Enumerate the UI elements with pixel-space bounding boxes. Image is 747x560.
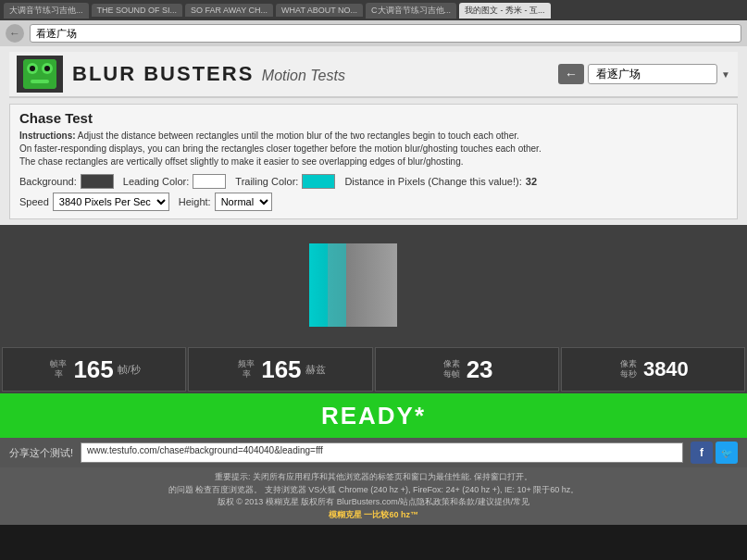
back-button[interactable]: ← [6,24,24,43]
animation-area [0,225,747,345]
speed-control: Speed 3840 Pixels Per Sec 1920 Pixels Pe… [19,193,169,211]
trailing-control: Trailing Color: [235,174,335,189]
distance-value: 32 [526,176,537,187]
gray-block [346,243,397,327]
footer-line-1: 重要提示: 关闭所有应用程序和其他浏览器的标签页和窗口为最佳性能. 保持窗口打开… [9,471,738,484]
instructions-text3: The chase rectangles are vertically offs… [19,156,464,167]
header-back-btn[interactable]: ← [558,64,584,84]
stat-value-px-sec: 3840 [643,359,689,380]
speed-label: Speed [19,196,49,207]
tab-5[interactable]: C大调音节练习吉他... [366,3,456,19]
chase-rect-2 [346,243,397,327]
leading-label: Leading Color: [123,176,190,187]
footer-area: 重要提示: 关闭所有应用程序和其他浏览器的标签页和窗口为最佳性能. 保持窗口打开… [0,467,747,525]
svg-rect-5 [31,80,49,83]
background-control: Background: [19,174,114,189]
ready-banner: READY* [0,393,747,438]
stat-label-hz: 频率率 [235,359,257,380]
stat-value-hz: 165 [261,357,301,381]
site-header: BLUR BUSTERS Motion Tests ← ▼ [9,52,738,98]
stat-label-fps: 帧率率 [47,359,69,380]
site-title-area: BLUR BUSTERS Motion Tests [72,62,345,86]
share-url[interactable]: www.testufo.com/chase#background=404040&… [81,442,683,463]
instructions: Instructions: Adjust the distance betwee… [19,130,728,168]
height-select[interactable]: Normal Short Tall [215,193,272,211]
address-bar-area: ← [0,20,747,46]
tab-4[interactable]: WHAT ABOUT NO... [276,4,363,17]
controls-row-1: Background: Leading Color: Trailing Colo… [19,174,728,189]
facebook-icon: f [700,446,703,459]
stat-value-px-frame: 23 [467,357,493,381]
controls-row-2: Speed 3840 Pixels Per Sec 1920 Pixels Pe… [19,193,728,211]
instructions-text1: Adjust the distance between rectangles u… [78,131,519,141]
trailing-label: Trailing Color: [235,176,298,187]
share-row: 分享这个测试! www.testufo.com/chase#background… [0,438,747,467]
site-title: BLUR BUSTERS [72,62,254,85]
ready-text: READY* [321,402,426,430]
speed-select[interactable]: 3840 Pixels Per Sec 1920 Pixels Per Sec … [53,193,169,211]
leading-control: Leading Color: [123,174,227,189]
page-content: BLUR BUSTERS Motion Tests ← ▼ Chase Test… [0,46,747,225]
svg-rect-0 [23,59,56,89]
browser-tabs: 大调音节练习吉他... THE SOUND OF SI... SO FAR AW… [0,0,747,20]
background-color-swatch[interactable] [81,174,114,189]
stat-label-px-frame: 像素每帧 [441,359,463,380]
site-subtitle: Motion Tests [262,68,345,83]
stat-value-fps: 165 [73,357,113,381]
twitter-share-button[interactable]: 🐦 [716,442,738,464]
logo-box [17,56,63,93]
tab-2[interactable]: THE SOUND OF SI... [92,4,183,17]
twitter-icon: 🐦 [721,448,732,458]
stat-box-hz: 频率率 165 赫兹 [188,347,372,392]
distance-control: Distance in Pixels (Change this value!):… [344,176,537,187]
chase-rect-container [309,243,439,327]
leading-color-swatch[interactable] [193,174,226,189]
height-control: Height: Normal Short Tall [179,193,272,211]
share-label: 分享这个测试! [9,446,73,460]
stat-unit-hz: 赫兹 [305,363,326,377]
chase-title: Chase Test [19,110,728,126]
stat-unit-fps: 帧/秒 [118,363,141,377]
header-address-input[interactable] [588,64,717,84]
share-icons: f 🐦 [691,442,738,464]
logo-frog [23,59,56,89]
background-label: Background: [19,176,77,187]
footer-line-4: 模糊克星 一比较60 hz™ [9,509,738,521]
facebook-share-button[interactable]: f [691,442,713,464]
chase-test-section: Chase Test Instructions: Adjust the dist… [9,104,738,219]
svg-point-3 [30,66,35,71]
stat-label-px-sec: 像素每秒 [617,359,640,380]
stat-box-px-frame: 像素每帧 23 [375,347,559,392]
height-label: Height: [179,196,211,207]
footer-line-3: 版权 © 2013 模糊克星 版权所有 BlurBusters.com/站点隐私… [9,496,738,509]
footer-line-2: 的问题 检查百度浏览器。 支持浏览器 VS火狐 Chrome (240 hz +… [9,484,738,497]
svg-point-4 [44,66,50,71]
distance-label: Distance in Pixels (Change this value!): [344,176,521,187]
tab-6[interactable]: 我的图文 - 秀米 - 互... [459,3,551,19]
stat-box-px-sec: 像素每秒 3840 [561,347,745,392]
address-dropdown-icon[interactable]: ▼ [721,69,730,80]
trailing-color-swatch[interactable] [302,174,335,189]
tab-3[interactable]: SO FAR AWAY CH... [185,4,273,17]
instructions-label: Instructions: [19,131,76,141]
tab-1[interactable]: 大调音节练习吉他... [4,3,89,19]
instructions-text2: On faster-responding displays, you can b… [19,143,542,154]
stat-box-fps: 帧率率 165 帧/秒 [2,347,186,392]
stats-bar: 帧率率 165 帧/秒 频率率 165 赫兹 像素每帧 23 像素每秒 3840 [0,345,747,393]
address-input[interactable] [30,24,741,43]
header-right: ← ▼ [558,64,730,84]
